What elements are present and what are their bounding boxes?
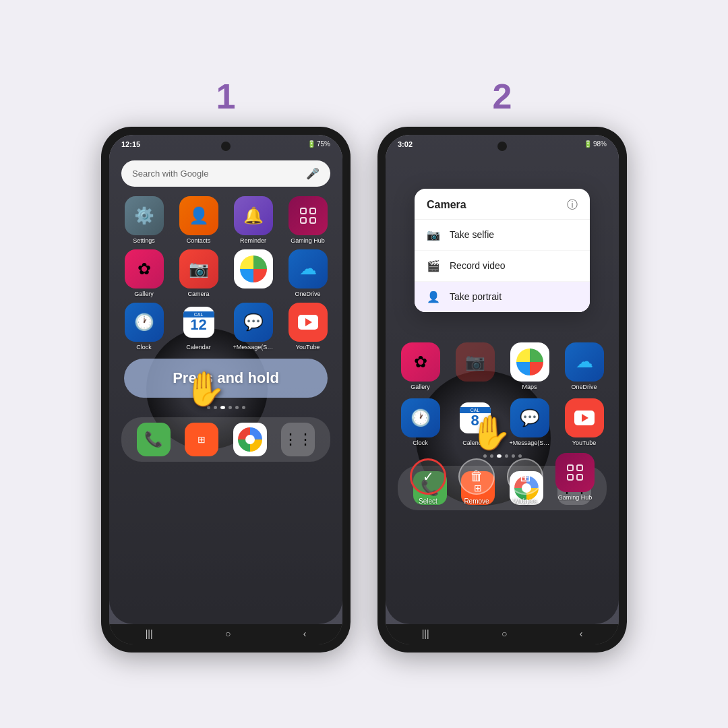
phone-1-notch — [221, 142, 231, 151]
app-message[interactable]: 💬 +Message(SM... — [228, 303, 278, 351]
action-remove[interactable]: 🗑 Remove — [458, 458, 495, 506]
app-camera-2[interactable]: 📷 — [450, 342, 500, 390]
phone-1-home: Search with Google 🎤 ⚙️ Settings 👤 Conta… — [109, 135, 342, 624]
app-camera[interactable]: 📷 Camera — [173, 249, 224, 297]
dock-samsung-icon[interactable]: ⊞ — [185, 423, 218, 456]
context-menu-record-video[interactable]: 🎬 Record video — [415, 251, 590, 282]
app-grid-row2: ✿ Gallery 📷 Camera — [116, 249, 336, 297]
app-gallery[interactable]: ✿ Gallery — [119, 249, 169, 297]
app-settings[interactable]: ⚙️ Settings — [119, 196, 169, 244]
remove-label: Remove — [464, 497, 489, 505]
phone-2-time: 3:02 — [398, 140, 413, 148]
onedrive-label: OneDrive — [295, 291, 320, 297]
select-circle: ✓ — [410, 458, 446, 495]
action-widgets[interactable]: ⊞ Widgets — [507, 458, 543, 506]
action-select[interactable]: ✓ Select — [410, 458, 446, 506]
camera-icon: 📷 — [179, 249, 218, 289]
selfie-icon: 📷 — [427, 229, 440, 241]
context-menu-title: Camera — [427, 199, 466, 211]
gaming-hub-icon — [289, 196, 328, 235]
nav-home-icon-2: ○ — [502, 628, 507, 639]
settings-label: Settings — [133, 237, 155, 244]
app-clock[interactable]: 🕐 Clock — [119, 303, 169, 351]
widgets-circle: ⊞ — [507, 458, 543, 495]
maps-icon — [234, 249, 273, 289]
youtube-label: YouTube — [296, 344, 320, 351]
clock-icon-2: 🕐 — [401, 398, 440, 437]
app-gallery-2[interactable]: ✿ Gallery — [395, 342, 446, 390]
nav-back-icon-2: ‹ — [580, 628, 583, 639]
youtube-icon-2 — [565, 398, 604, 437]
context-menu-info-icon[interactable]: ⓘ — [567, 198, 578, 212]
nav-menu-icon: ||| — [146, 628, 153, 639]
dot2-1 — [483, 454, 487, 458]
phone-1: 12:15 🔋 75% Search with Google � — [101, 127, 351, 653]
app-reminder[interactable]: 🔔 Reminder — [228, 196, 278, 244]
calendar-label: Calendar — [186, 344, 211, 351]
message-label-2: +Message(SM... — [510, 439, 550, 446]
app-clock-2[interactable]: 🕐 Clock — [395, 398, 446, 446]
app-grid-2-row1: ✿ Gallery 📷 Maps — [392, 342, 612, 390]
mic-icon: 🎤 — [306, 167, 320, 180]
step-1: 1 12:15 🔋 75% — [101, 76, 351, 653]
app-onedrive[interactable]: ☁ OneDrive — [282, 249, 333, 297]
phone-2-home: Camera ⓘ 📷 Take selfie 🎬 Record video — [386, 135, 619, 624]
app-youtube[interactable]: YouTube — [282, 303, 333, 351]
onedrive-icon: ☁ — [289, 249, 328, 289]
youtube-label-2: YouTube — [572, 439, 596, 446]
dot2-3-active — [497, 454, 502, 458]
message-label: +Message(SM... — [233, 344, 274, 351]
context-menu-take-portrait[interactable]: 👤 Take portrait — [415, 282, 590, 312]
dot2-4 — [505, 454, 508, 458]
app-onedrive-2[interactable]: ☁ OneDrive — [559, 342, 609, 390]
app-contacts[interactable]: 👤 Contacts — [173, 196, 224, 244]
step-2: 2 3:02 🔋 98% — [377, 76, 627, 653]
nav-back-icon: ‹ — [303, 628, 307, 639]
search-text: Search with Google — [132, 169, 208, 179]
phone-2-screen: 3:02 🔋 98% Camera — [386, 135, 619, 644]
take-portrait-text: Take portrait — [450, 291, 502, 302]
battery-icon-2: 🔋 — [584, 140, 592, 148]
onedrive-icon-2: ☁ — [565, 342, 604, 382]
gaming-dots-2 — [567, 464, 583, 481]
dock-phone-icon[interactable]: 📞 — [137, 423, 171, 456]
hand-cursor-2: ✋ — [470, 413, 512, 452]
app-gaming-hub-2[interactable]: Gaming Hub — [555, 453, 595, 501]
dot-6 — [242, 406, 245, 409]
step-1-number: 1 — [216, 76, 236, 117]
remove-circle: 🗑 — [458, 458, 495, 495]
search-bar[interactable]: Search with Google 🎤 — [121, 160, 330, 187]
gallery-icon: ✿ — [125, 249, 164, 289]
nav-menu-icon-2: ||| — [422, 628, 429, 639]
phone-2-nav-bar: ||| ○ ‹ — [386, 624, 619, 644]
phone-1-time: 12:15 — [121, 140, 140, 148]
phone-1-status-icons: 🔋 75% — [307, 140, 330, 148]
clock-icon: 🕐 — [125, 303, 164, 342]
widgets-label: Widgets — [513, 497, 537, 505]
battery-level: 75% — [317, 140, 330, 148]
reminder-icon: 🔔 — [234, 196, 273, 235]
reminder-label: Reminder — [240, 237, 266, 244]
app-maps-placeholder — [228, 249, 278, 297]
gaming-dots — [300, 208, 316, 224]
dock-apps-icon[interactable]: ⋮⋮ — [281, 423, 315, 456]
gallery-label-2: Gallery — [411, 384, 430, 390]
app-calendar[interactable]: CAL 12 Calendar — [173, 303, 224, 351]
dock-chrome-icon[interactable] — [233, 423, 267, 456]
gallery-label: Gallery — [134, 291, 154, 297]
step-2-number: 2 — [493, 76, 512, 117]
phone-2-status-icons: 🔋 98% — [584, 140, 607, 148]
app-maps-2[interactable]: Maps — [504, 342, 555, 390]
spacer — [392, 156, 612, 175]
gaming-hub-label: Gaming Hub — [291, 237, 325, 244]
page-dots-1 — [116, 403, 336, 412]
app-youtube-2[interactable]: YouTube — [559, 398, 609, 446]
app-message-2[interactable]: 💬 +Message(SM... — [504, 398, 555, 446]
context-menu-take-selfie[interactable]: 📷 Take selfie — [415, 220, 590, 251]
camera-icon-2: 📷 — [456, 342, 495, 382]
battery-icon: 🔋 — [307, 140, 315, 148]
contacts-label: Contacts — [187, 237, 211, 244]
camera-highlight-ring — [179, 249, 218, 289]
nav-home-icon: ○ — [225, 628, 231, 639]
app-gaming-hub[interactable]: Gaming Hub — [282, 196, 333, 244]
